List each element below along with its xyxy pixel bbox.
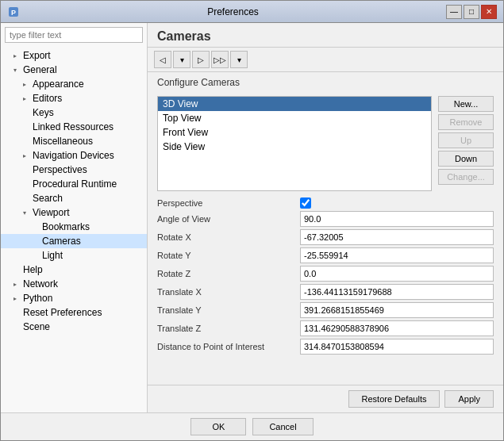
title-bar: P Preferences — □ ✕: [1, 1, 503, 23]
sidebar-item-label-light: Light: [42, 250, 63, 261]
close-button[interactable]: ✕: [481, 5, 497, 19]
prop-input[interactable]: [300, 266, 494, 282]
sidebar-item-label-procedural-runtime: Procedural Runtime: [33, 178, 117, 190]
sidebar-item-label-viewport: Viewport: [33, 207, 69, 218]
camera-list-item[interactable]: Top View: [158, 111, 431, 125]
new-camera-button[interactable]: New...: [438, 96, 494, 112]
app-icon: P: [7, 6, 20, 18]
tree-arrow-navigation-devices: [23, 152, 33, 159]
sidebar-item-label-reset-preferences: Reset Preferences: [23, 307, 102, 318]
prop-checkbox-perspective[interactable]: [300, 197, 311, 209]
sidebar-item-label-python: Python: [23, 293, 52, 304]
sidebar-item-appearance[interactable]: Appearance: [1, 77, 147, 91]
sidebar-item-label-appearance: Appearance: [33, 79, 84, 90]
sidebar-item-label-export: Export: [23, 50, 51, 61]
sidebar-item-cameras[interactable]: Cameras: [1, 234, 147, 248]
tree: ExportGeneralAppearanceEditorsKeysLinked…: [1, 47, 147, 412]
sidebar-item-viewport[interactable]: Viewport: [1, 205, 147, 220]
prop-row: Rotate Y: [157, 247, 494, 263]
sidebar-item-keys[interactable]: Keys: [1, 105, 147, 120]
sidebar-item-miscellaneous[interactable]: Miscellaneous: [1, 134, 147, 148]
tree-arrow-network: [13, 281, 23, 288]
sidebar-item-navigation-devices[interactable]: Navigation Devices: [1, 148, 147, 163]
prop-label: Translate Y: [157, 305, 300, 315]
prop-input[interactable]: [300, 229, 494, 245]
sidebar-item-label-cameras: Cameras: [42, 236, 81, 247]
sidebar-item-label-keys: Keys: [33, 107, 54, 118]
sidebar-item-label-scene: Scene: [23, 321, 50, 332]
tree-arrow-viewport: [23, 209, 33, 217]
dropdown-button[interactable]: ▾: [173, 51, 190, 68]
window-title: Preferences: [20, 6, 446, 17]
sidebar-item-label-navigation-devices: Navigation Devices: [33, 150, 114, 161]
prop-label: Distance to Point of Interest: [157, 342, 300, 351]
sidebar-item-label-miscellaneous: Miscellaneous: [33, 136, 93, 147]
filter-input[interactable]: [5, 27, 143, 43]
prop-label: Translate X: [157, 287, 300, 297]
prop-label: Rotate X: [157, 232, 300, 242]
sidebar-item-editors[interactable]: Editors: [1, 91, 147, 105]
prop-row: Rotate X: [157, 229, 494, 245]
remove-camera-button[interactable]: Remove: [438, 114, 494, 130]
sidebar-item-search[interactable]: Search: [1, 191, 147, 205]
maximize-button[interactable]: □: [464, 5, 479, 19]
sidebar-item-scene[interactable]: Scene: [1, 320, 147, 334]
properties-section: PerspectiveAngle of ViewRotate XRotate Y…: [148, 194, 503, 385]
ok-button[interactable]: OK: [190, 418, 246, 435]
bottom-right-buttons: Restore Defaults Apply: [348, 390, 494, 408]
restore-defaults-button[interactable]: Restore Defaults: [348, 390, 441, 408]
back-button[interactable]: ◁: [154, 51, 171, 68]
sidebar-item-help[interactable]: Help: [1, 263, 147, 277]
sidebar-item-label-help: Help: [23, 264, 43, 275]
prop-row: Distance to Point of Interest: [157, 339, 494, 355]
prop-input[interactable]: [300, 339, 494, 355]
prop-row: Translate X: [157, 284, 494, 300]
prop-label: Rotate Z: [157, 269, 300, 278]
camera-list-item[interactable]: 3D View: [158, 97, 431, 111]
camera-list-item[interactable]: Front View: [158, 125, 431, 140]
sidebar: ExportGeneralAppearanceEditorsKeysLinked…: [1, 23, 148, 412]
prop-input[interactable]: [300, 320, 494, 336]
sidebar-item-network[interactable]: Network: [1, 277, 147, 291]
main-panel: Cameras ◁ ▾ ▷ ▷▷ ▾ Configure Cameras 3D …: [148, 23, 503, 412]
minimize-button[interactable]: —: [446, 5, 462, 19]
tree-arrow-general: [13, 67, 23, 74]
sidebar-item-perspectives[interactable]: Perspectives: [1, 163, 147, 177]
prop-row: Translate Z: [157, 320, 494, 336]
sidebar-item-label-editors: Editors: [33, 93, 62, 104]
down-camera-button[interactable]: Down: [438, 151, 494, 167]
camera-buttons: New... Remove Up Down Change...: [438, 96, 494, 191]
apply-button[interactable]: Apply: [444, 390, 494, 408]
camera-list: 3D ViewTop ViewFront ViewSide View: [157, 96, 432, 191]
camera-list-item[interactable]: Side View: [158, 140, 431, 154]
sidebar-item-light[interactable]: Light: [1, 248, 147, 263]
prop-input[interactable]: [300, 284, 494, 300]
prop-input[interactable]: [300, 211, 494, 227]
sidebar-item-export[interactable]: Export: [1, 48, 147, 63]
tree-arrow-editors: [23, 95, 33, 102]
sidebar-item-label-bookmarks: Bookmarks: [42, 221, 90, 232]
sidebar-item-reset-preferences[interactable]: Reset Preferences: [1, 305, 147, 320]
sidebar-item-bookmarks[interactable]: Bookmarks: [1, 220, 147, 234]
svg-text:P: P: [11, 9, 16, 17]
sidebar-item-linked-resources[interactable]: Linked Ressources: [1, 120, 147, 134]
tree-arrow-export: [13, 52, 23, 59]
forward2-button[interactable]: ▷▷: [211, 51, 229, 68]
sidebar-item-procedural-runtime[interactable]: Procedural Runtime: [1, 177, 147, 191]
sidebar-item-python[interactable]: Python: [1, 291, 147, 305]
prop-input[interactable]: [300, 302, 494, 318]
menu-button[interactable]: ▾: [230, 51, 248, 68]
bottom-bar: Restore Defaults Apply: [148, 385, 503, 412]
sidebar-item-general[interactable]: General: [1, 63, 147, 77]
sidebar-item-label-perspectives: Perspectives: [33, 164, 87, 175]
prop-label: Translate Z: [157, 324, 300, 333]
prop-input[interactable]: [300, 247, 494, 263]
change-camera-button[interactable]: Change...: [438, 169, 494, 185]
cancel-button[interactable]: Cancel: [252, 418, 313, 435]
content-area: ExportGeneralAppearanceEditorsKeysLinked…: [1, 23, 503, 412]
panel-title: Cameras: [157, 29, 211, 43]
panel-subtitle: Configure Cameras: [148, 72, 503, 93]
window-controls: — □ ✕: [446, 5, 497, 19]
forward-button[interactable]: ▷: [192, 51, 210, 68]
up-camera-button[interactable]: Up: [438, 132, 494, 148]
